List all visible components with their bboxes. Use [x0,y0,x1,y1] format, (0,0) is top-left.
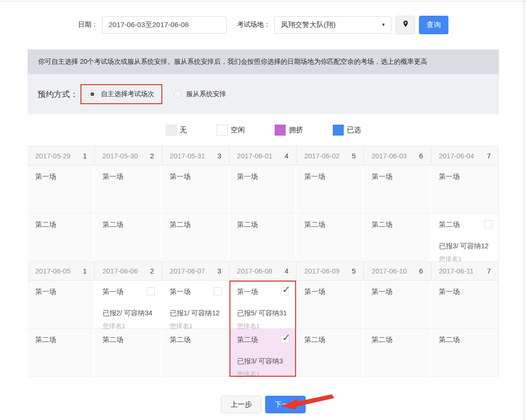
booking-mode-option[interactable]: 自主选择考试场次 [80,84,162,104]
enrolled-capacity-text: 已报3/ 可容纳12 [439,242,492,251]
day-header: 2017-06-095 [297,262,364,281]
session-name: 第一场 [237,287,258,296]
session-header: 第二场 [102,220,154,229]
session-name: 第一场 [439,172,460,181]
session-cell[interactable]: 第一场 [297,166,364,214]
session-cell[interactable]: 第一场 [364,166,431,214]
session-cell[interactable]: 第一场 [28,166,95,214]
legend-item: 空闲 [217,125,245,136]
session-cell[interactable]: 第一场 [431,166,498,214]
day-header: 2017-06-014 [229,147,297,166]
session-cell[interactable]: 第一场 [28,281,95,329]
session-cell[interactable]: 第一场 [364,281,431,329]
day-header-weekday: 4 [285,267,288,275]
session-header: 第二场 [102,335,154,344]
session-cell[interactable]: 第一场 [229,166,297,214]
session-cell[interactable]: 第二场✓已报3/ 可容纳3您排名1 [229,329,297,377]
venue-select[interactable]: 凤翔交警大队(翔) ▼ [274,16,391,34]
session-header: 第一场 [170,287,222,296]
session-name: 第一场 [371,172,392,181]
checkbox-icon[interactable] [484,220,492,228]
session-cell[interactable]: 第二场 [95,214,162,262]
calendar-day-column: 2017-06-106第一场第二场 [364,262,431,377]
legend-swatch [333,125,344,136]
session-cell[interactable]: 第二场 [297,329,364,377]
session-header: 第一场✓ [237,287,289,296]
session-cell[interactable]: 第二场 [28,214,95,262]
session-cell[interactable]: 第一场 [297,281,364,329]
session-cell[interactable]: 第二场 [95,329,162,377]
session-cell[interactable]: 第一场 [162,166,229,214]
date-range-input[interactable] [102,16,227,34]
checkbox-icon[interactable] [214,287,222,295]
enrolled-capacity-text: 已报3/ 可容纳3 [237,357,289,366]
checkbox-checked-icon[interactable]: ✓ [281,287,289,295]
legend-swatch [275,125,286,136]
map-location-button[interactable] [396,16,415,34]
day-header-date: 2017-06-03 [371,152,407,160]
filter-bar: 日期： 考试场地： 凤翔交警大队(翔) ▼ 查询 [28,0,499,49]
day-header-weekday: 6 [419,152,423,160]
session-cell[interactable]: 第二场 [364,329,431,377]
session-cell[interactable]: 第一场 [431,281,498,329]
session-name: 第二场 [35,335,56,344]
booking-mode-options: 自主选择考试场次服从系统安排 [80,84,238,104]
legend-item: 已选 [333,125,361,136]
session-header: 第二场 [170,335,222,344]
booking-mode-bar: 预约方式： 自主选择考试场次服从系统安排 [28,74,499,114]
chevron-down-icon: ▼ [381,22,386,27]
session-cell[interactable]: 第二场 [364,214,431,262]
booking-mode-option[interactable]: 服从系统安排 [167,85,233,103]
next-step-button[interactable]: 下一步 [265,396,306,413]
day-header: 2017-05-291 [28,147,95,166]
calendar-day-column: 2017-06-095第一场第二场 [297,262,364,377]
session-header: 第一场 [35,172,87,181]
radio-icon[interactable] [174,90,181,98]
booking-mode-label: 预约方式： [38,89,78,100]
session-name: 第一场 [170,172,191,181]
day-header-date: 2017-06-09 [304,267,339,275]
calendar-day-column: 2017-06-117第一场第二场 [431,262,498,377]
session-name: 第一场 [102,287,123,296]
legend-item: 拥挤 [275,125,303,136]
session-header: 第二场 [439,335,492,344]
session-cell[interactable]: 第二场 [431,329,498,377]
previous-step-button[interactable]: 上一步 [221,396,261,413]
session-cell[interactable]: 第一场✓已报5/ 可容纳31您排名1 [229,281,297,329]
session-header: 第一场 [304,172,356,181]
session-cell[interactable]: 第一场 [95,166,162,214]
day-header: 2017-06-036 [364,147,431,166]
session-cell[interactable]: 第二场 [162,329,229,377]
checkbox-icon[interactable] [147,287,155,295]
legend-label: 已选 [347,126,361,135]
calendar-day-column: 2017-06-036第一场第二场 [364,147,431,262]
session-cell[interactable]: 第二场 [229,214,297,262]
session-cell[interactable]: 第二场 [297,214,364,262]
session-name: 第二场 [35,220,56,229]
session-cell[interactable]: 第二场 [162,214,229,262]
day-header: 2017-06-117 [431,262,498,281]
session-cell[interactable]: 第一场已报1/ 可容纳12您排名1 [162,281,229,329]
day-header: 2017-06-073 [162,262,229,281]
day-header-weekday: 5 [352,267,356,275]
session-cell[interactable]: 第二场 [28,329,95,377]
session-header: 第一场 [304,287,356,296]
day-header-date: 2017-05-31 [170,152,205,160]
session-cell[interactable]: 第一场已报2/ 可容纳34您排名1 [95,281,162,329]
checkbox-checked-icon[interactable]: ✓ [281,335,289,343]
day-header-date: 2017-06-06 [102,267,138,275]
radio-selected-icon[interactable] [89,90,96,98]
booking-mode-option-label: 服从系统安排 [186,90,226,98]
day-header-date: 2017-06-04 [439,152,474,160]
session-name: 第二场 [237,335,258,344]
day-header-weekday: 7 [487,267,491,275]
session-cell[interactable]: 第二场已报3/ 可容纳12您排名1 [431,214,498,262]
legend-swatch [166,125,177,136]
session-header: 第一场 [439,287,492,296]
legend-row: 无空闲拥挤已选 [28,114,499,146]
session-header: 第一场 [237,172,289,181]
page-top-divider [0,1,527,1]
query-button[interactable]: 查询 [419,16,448,34]
legend-item: 无 [166,125,187,136]
session-name: 第二场 [102,335,123,344]
